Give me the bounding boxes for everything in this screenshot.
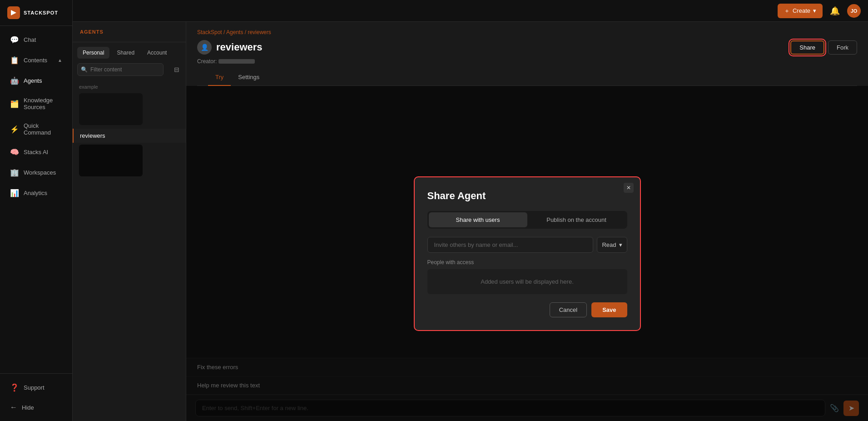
agent-reviewers-thumbnail bbox=[79, 145, 143, 176]
sidebar-item-contents[interactable]: 📋 Contents ▲ bbox=[3, 50, 69, 70]
page-tabs: Try Settings bbox=[197, 69, 857, 86]
main: ＋ Create ▾ 🔔 JO AGENTS Personal Shared A… bbox=[73, 0, 868, 421]
agent-item-reviewers[interactable]: reviewers bbox=[73, 129, 186, 143]
sidebar: STACKSPOT 💬 Chat 📋 Contents ▲ 🤖 Agents 🗂… bbox=[0, 0, 73, 421]
permission-chevron-icon: ▾ bbox=[619, 241, 622, 248]
agents-panel: AGENTS Personal Shared Account 🔍 ⊟ examp… bbox=[73, 22, 186, 421]
sidebar-item-label-contents: Contents bbox=[24, 57, 47, 64]
search-row: 🔍 ⊟ bbox=[73, 59, 186, 80]
create-button[interactable]: ＋ Create ▾ bbox=[778, 4, 823, 18]
sidebar-item-label-agents: Agents bbox=[24, 77, 42, 84]
sidebar-item-quick-command[interactable]: ⚡ Quick Command bbox=[3, 117, 69, 141]
plus-icon: ＋ bbox=[784, 7, 790, 15]
notification-button[interactable]: 🔔 bbox=[828, 4, 842, 18]
dialog-actions: Cancel Save bbox=[427, 302, 627, 317]
contents-icon: 📋 bbox=[10, 56, 19, 65]
sidebar-item-label-hide: Hide bbox=[22, 404, 34, 411]
users-empty-box: Added users will be displayed here. bbox=[427, 269, 627, 294]
dialog-tab-publish-account[interactable]: Publish on the account bbox=[527, 212, 626, 227]
filter-tab-account[interactable]: Account bbox=[142, 47, 172, 59]
sidebar-item-support[interactable]: ❓ Support bbox=[3, 378, 69, 397]
permission-value: Read bbox=[602, 241, 616, 248]
topbar: ＋ Create ▾ 🔔 JO bbox=[73, 0, 868, 22]
sidebar-item-label-workspaces: Workspaces bbox=[24, 169, 56, 176]
page-title: reviewers bbox=[216, 41, 263, 53]
tab-try[interactable]: Try bbox=[208, 69, 231, 86]
filter-tabs: Personal Shared Account bbox=[73, 42, 186, 59]
empty-users-message: Added users will be displayed here. bbox=[481, 278, 574, 285]
search-input[interactable] bbox=[77, 63, 164, 76]
agents-icon: 🤖 bbox=[10, 76, 19, 85]
invite-input[interactable] bbox=[427, 237, 594, 253]
agent-actions: Share Fork bbox=[790, 40, 857, 55]
analytics-icon: 📊 bbox=[10, 189, 19, 197]
avatar-button[interactable]: JO bbox=[847, 4, 861, 18]
sidebar-item-label-chat: Chat bbox=[24, 36, 36, 43]
quick-command-icon: ⚡ bbox=[10, 125, 19, 134]
agent-reviewers-name: reviewers bbox=[80, 132, 105, 139]
people-with-access-label: People with access bbox=[427, 259, 627, 266]
chevron-up-icon: ▲ bbox=[58, 58, 62, 63]
permission-select[interactable]: Read ▾ bbox=[597, 237, 627, 253]
filter-tab-personal[interactable]: Personal bbox=[77, 47, 109, 59]
modal-overlay: Share Agent ✕ Share with users Publish o… bbox=[186, 86, 868, 421]
sidebar-item-label-stacks-ai: Stacks AI bbox=[24, 149, 48, 155]
page-body: Share Agent ✕ Share with users Publish o… bbox=[186, 86, 868, 421]
sidebar-item-label-analytics: Analytics bbox=[24, 190, 47, 196]
dialog-title: Share Agent bbox=[427, 190, 627, 202]
share-agent-dialog: Share Agent ✕ Share with users Publish o… bbox=[414, 176, 641, 331]
agent-title-row: 👤 reviewers Share Fork bbox=[197, 40, 857, 55]
logo-text: STACKSPOT bbox=[24, 10, 58, 15]
share-button[interactable]: Share bbox=[790, 40, 824, 55]
filter-icon-btn[interactable]: ⊟ bbox=[172, 64, 181, 75]
sidebar-item-chat[interactable]: 💬 Chat bbox=[3, 30, 69, 50]
agents-panel-header: AGENTS bbox=[73, 22, 186, 42]
sidebar-item-label-quick-command: Quick Command bbox=[24, 122, 62, 136]
breadcrumb: StackSpot / Agents / reviewers bbox=[197, 29, 857, 35]
agent-avatar: 👤 bbox=[197, 40, 212, 55]
page-header: StackSpot / Agents / reviewers 👤 reviewe… bbox=[186, 22, 868, 86]
invite-row: Read ▾ bbox=[427, 237, 627, 253]
sidebar-item-knowledge-sources[interactable]: 🗂️ Knowledge Sources bbox=[3, 91, 69, 116]
agent-example-thumbnail bbox=[79, 93, 143, 125]
breadcrumb-stackspot: StackSpot bbox=[197, 29, 222, 35]
hide-icon: ← bbox=[10, 403, 17, 411]
logo: STACKSPOT bbox=[0, 0, 72, 26]
cancel-button[interactable]: Cancel bbox=[550, 302, 587, 317]
creator-label: Creator: bbox=[197, 58, 217, 65]
chevron-down-icon: ▾ bbox=[813, 7, 816, 14]
creator-row: Creator: bbox=[197, 58, 857, 65]
workspaces-icon: 🏢 bbox=[10, 168, 19, 177]
sidebar-item-workspaces[interactable]: 🏢 Workspaces bbox=[3, 163, 69, 182]
search-icon: 🔍 bbox=[81, 66, 88, 73]
stacks-ai-icon: 🧠 bbox=[10, 148, 19, 156]
fork-button[interactable]: Fork bbox=[828, 40, 857, 55]
filter-tab-shared[interactable]: Shared bbox=[111, 47, 140, 59]
agent-group-label: example bbox=[73, 80, 186, 91]
sidebar-item-label-support: Support bbox=[24, 384, 45, 391]
sidebar-bottom: ❓ Support ← Hide bbox=[0, 373, 72, 421]
creator-value bbox=[218, 59, 255, 64]
dialog-close-button[interactable]: ✕ bbox=[624, 183, 634, 193]
tab-settings[interactable]: Settings bbox=[231, 69, 267, 86]
sidebar-item-stacks-ai[interactable]: 🧠 Stacks AI bbox=[3, 142, 69, 162]
content-area: AGENTS Personal Shared Account 🔍 ⊟ examp… bbox=[73, 22, 868, 421]
create-label: Create bbox=[793, 7, 810, 14]
chat-icon: 💬 bbox=[10, 35, 19, 44]
breadcrumb-reviewers: reviewers bbox=[248, 29, 271, 35]
sidebar-nav: 💬 Chat 📋 Contents ▲ 🤖 Agents 🗂️ Knowledg… bbox=[0, 26, 72, 373]
breadcrumb-agents: Agents bbox=[226, 29, 243, 35]
sidebar-item-agents[interactable]: 🤖 Agents bbox=[3, 71, 69, 90]
support-icon: ❓ bbox=[10, 383, 19, 392]
save-button[interactable]: Save bbox=[591, 302, 627, 317]
sidebar-item-label-knowledge-sources: Knowledge Sources bbox=[24, 97, 62, 110]
stackspot-logo-icon bbox=[7, 6, 20, 19]
sidebar-item-hide[interactable]: ← Hide bbox=[3, 398, 69, 417]
page-area: StackSpot / Agents / reviewers 👤 reviewe… bbox=[186, 22, 868, 421]
dialog-tabs: Share with users Publish on the account bbox=[427, 211, 627, 229]
dialog-tab-share-users[interactable]: Share with users bbox=[429, 212, 527, 227]
sidebar-item-analytics[interactable]: 📊 Analytics bbox=[3, 183, 69, 203]
knowledge-sources-icon: 🗂️ bbox=[10, 100, 19, 108]
